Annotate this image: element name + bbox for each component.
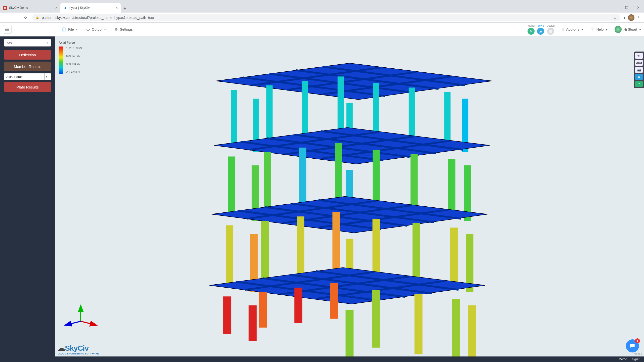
file-icon: 📄: [62, 27, 66, 31]
chrome-menu-icon[interactable]: ⋮: [637, 16, 640, 20]
view-cube-button[interactable]: ◉: [635, 74, 643, 80]
chat-button[interactable]: 1: [626, 339, 639, 352]
button-label: Deflection: [19, 53, 36, 57]
reload-button[interactable]: ⟳: [22, 14, 29, 21]
browser-address-bar: ← → ⟳ 🔒 platform.skyciv.com/structural?p…: [0, 13, 644, 23]
cube-icon: ◉: [638, 75, 640, 79]
menu-label: File: [68, 27, 74, 31]
chevron-down-icon: ▾: [606, 27, 608, 31]
mode-label: Solve: [538, 24, 544, 27]
header-left-menu: 📄 File ▾ 🖵 Output ▾ ⚙ Settings: [62, 27, 133, 31]
cloud-icon: ☁: [537, 28, 544, 35]
maximize-button[interactable]: ❐: [621, 3, 632, 13]
browser-tab-strip: H SkyCiv Demo × ◆ hypar | SkyCiv × + — ❐…: [0, 0, 644, 13]
menu-label: Settings: [120, 27, 133, 31]
skyciv-logo: ☁SkyCiv CLOUD ENGINEERING SOFTWARE: [58, 344, 99, 355]
browser-tab-0[interactable]: H SkyCiv Demo ×: [0, 3, 60, 13]
load-case-value: SW1: [7, 41, 14, 45]
axis-triad-icon: [63, 304, 98, 329]
back-button[interactable]: ←: [2, 14, 9, 21]
views-label: Views: [636, 62, 642, 64]
chat-badge: 1: [635, 338, 640, 343]
deflection-button[interactable]: Deflection: [4, 50, 51, 60]
mode-solve[interactable]: Solve ☁: [537, 24, 544, 35]
menu-label: Help: [596, 27, 604, 31]
menu-label: Add-ons: [566, 27, 579, 31]
result-type-select[interactable]: Axial Force ▾: [4, 73, 51, 80]
menu-output[interactable]: 🖵 Output ▾: [86, 27, 106, 31]
hamburger-menu-button[interactable]: [3, 25, 12, 34]
star-icon[interactable]: ☆: [614, 16, 617, 20]
close-icon[interactable]: ×: [116, 6, 118, 10]
lock-icon: 🔒: [36, 16, 39, 19]
button-label: Member Results: [14, 64, 41, 69]
chevron-down-icon: ▾: [581, 27, 583, 31]
new-tab-button[interactable]: +: [121, 5, 129, 13]
structural-model-render: [55, 36, 644, 356]
favicon-icon: H: [3, 6, 7, 10]
tool-help-button[interactable]: ?: [635, 81, 643, 87]
tab-title: hypar | SkyCiv: [69, 6, 90, 10]
chevron-down-icon: ▾: [47, 41, 48, 44]
url-host: platform.skyciv.com/structural?preload_n…: [42, 16, 154, 20]
extensions-icon[interactable]: ⬧: [623, 16, 625, 20]
visibility-button[interactable]: 👁: [635, 53, 643, 59]
question-icon: ?: [638, 82, 640, 86]
gear-icon: ⚙: [115, 27, 118, 31]
profile-avatar[interactable]: [628, 14, 634, 21]
design-icon: ▥: [547, 28, 554, 35]
minimize-button[interactable]: —: [609, 3, 621, 13]
forward-button[interactable]: →: [12, 14, 19, 21]
mode-label: Model: [528, 24, 535, 27]
mode-design[interactable]: Design ▥: [547, 24, 554, 35]
views-button[interactable]: Views: [635, 60, 643, 66]
chat-icon: [629, 343, 636, 349]
favicon-icon: ◆: [63, 6, 67, 10]
menu-settings[interactable]: ⚙ Settings: [115, 27, 133, 31]
tab-title: SkyCiv Demo: [9, 6, 28, 10]
user-greeting: Hi Stuart: [624, 27, 637, 31]
plate-results-button[interactable]: Plate Results: [4, 82, 51, 92]
hamburger-icon: [5, 28, 9, 31]
screenshot-button[interactable]: 📷: [635, 67, 643, 73]
chevron-down-icon: ▾: [104, 28, 106, 31]
header-right-menu: ⠿ Add-ons ▾ ❔ Help ▾ Hi Stuart ▾: [562, 26, 641, 33]
svg-line-50: [66, 321, 81, 325]
eye-icon: 👁: [637, 54, 640, 58]
chevron-down-icon: ▾: [76, 28, 77, 31]
user-menu[interactable]: Hi Stuart ▾: [615, 26, 641, 33]
status-bar: Metric hypar: [0, 356, 644, 362]
viewport-tools: 👁 Views 📷 ◉ ?: [634, 52, 644, 88]
chevron-down-icon: ▾: [639, 27, 641, 31]
user-avatar-icon: [615, 26, 622, 33]
mode-model[interactable]: Model ✎: [528, 24, 535, 35]
help-icon: ❔: [590, 27, 594, 31]
url-input[interactable]: 🔒 platform.skyciv.com/structural?preload…: [32, 14, 620, 21]
menu-help[interactable]: ❔ Help ▾: [590, 27, 608, 31]
results-sidebar: SW1 ▾ Deflection Member Results Axial Fo…: [0, 36, 55, 356]
svg-line-49: [81, 321, 96, 325]
member-results-button[interactable]: Member Results: [4, 62, 51, 71]
menu-file[interactable]: 📄 File ▾: [62, 27, 77, 31]
mode-label: Design: [547, 24, 554, 27]
grid-icon: ⠿: [562, 27, 564, 31]
model-icon: ✎: [528, 28, 535, 35]
window-controls: — ❐ ✕: [609, 3, 644, 13]
camera-icon: 📷: [637, 68, 641, 72]
output-icon: 🖵: [86, 27, 90, 31]
app-header: 📄 File ▾ 🖵 Output ▾ ⚙ Settings Model ✎ S…: [0, 23, 644, 36]
load-case-select[interactable]: SW1 ▾: [4, 39, 51, 47]
menu-label: Output: [92, 27, 102, 31]
model-name-label[interactable]: hypar: [632, 357, 639, 361]
version-label: v4.9.1: [634, 352, 642, 355]
chevron-down-icon: ▾: [44, 73, 49, 80]
browser-tab-1[interactable]: ◆ hypar | SkyCiv ×: [60, 3, 121, 13]
close-window-button[interactable]: ✕: [632, 3, 644, 13]
button-label: Plate Results: [16, 85, 38, 89]
units-toggle[interactable]: Metric: [619, 357, 627, 361]
mode-switch-group: Model ✎ Solve ☁ Design ▥: [528, 24, 554, 35]
viewport-3d[interactable]: Axial Force 1026.159 kN 679.946 kN 333.7…: [55, 36, 644, 356]
close-icon[interactable]: ×: [55, 6, 57, 10]
menu-addons[interactable]: ⠿ Add-ons ▾: [562, 27, 583, 31]
select-value: Axial Force: [6, 75, 23, 79]
